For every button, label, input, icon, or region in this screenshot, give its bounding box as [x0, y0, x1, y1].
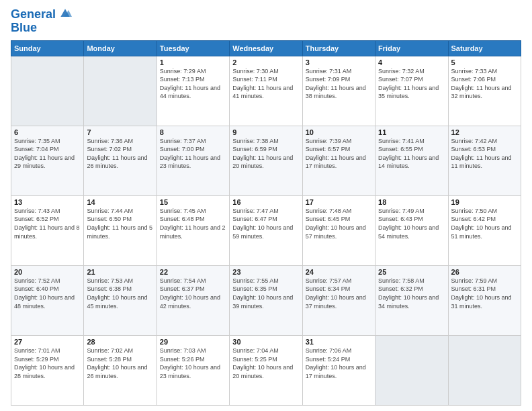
calendar-cell: 31Sunrise: 7:06 AM Sunset: 5:24 PM Dayli… [302, 335, 375, 405]
day-info: Sunrise: 7:45 AM Sunset: 6:48 PM Dayligh… [160, 207, 226, 240]
day-info: Sunrise: 7:57 AM Sunset: 6:34 PM Dayligh… [306, 277, 372, 310]
day-number: 28 [87, 338, 153, 346]
day-number: 12 [451, 128, 518, 136]
calendar-header-sunday: Sunday [11, 40, 84, 56]
day-info: Sunrise: 7:49 AM Sunset: 6:43 PM Dayligh… [378, 207, 445, 240]
day-number: 26 [451, 268, 518, 276]
calendar-header-thursday: Thursday [302, 40, 375, 56]
calendar-cell: 5Sunrise: 7:33 AM Sunset: 7:06 PM Daylig… [448, 56, 521, 126]
day-number: 13 [14, 198, 81, 206]
day-info: Sunrise: 7:02 AM Sunset: 5:28 PM Dayligh… [87, 347, 153, 380]
day-info: Sunrise: 7:36 AM Sunset: 7:02 PM Dayligh… [87, 137, 153, 171]
day-number: 29 [160, 338, 226, 346]
day-info: Sunrise: 7:30 AM Sunset: 7:11 PM Dayligh… [232, 67, 299, 101]
calendar-cell: 15Sunrise: 7:45 AM Sunset: 6:48 PM Dayli… [157, 195, 229, 265]
calendar-cell: 26Sunrise: 7:59 AM Sunset: 6:31 PM Dayli… [448, 265, 521, 335]
day-number: 1 [160, 58, 226, 66]
day-info: Sunrise: 7:41 AM Sunset: 6:55 PM Dayligh… [378, 137, 445, 171]
day-number: 20 [14, 268, 81, 276]
calendar-cell: 9Sunrise: 7:38 AM Sunset: 6:59 PM Daylig… [230, 126, 302, 195]
day-number: 3 [306, 58, 372, 66]
calendar-cell: 27Sunrise: 7:01 AM Sunset: 5:29 PM Dayli… [11, 335, 84, 405]
day-number: 30 [232, 338, 299, 346]
day-info: Sunrise: 7:37 AM Sunset: 7:00 PM Dayligh… [160, 137, 226, 171]
calendar-cell: 28Sunrise: 7:02 AM Sunset: 5:28 PM Dayli… [84, 335, 157, 405]
day-info: Sunrise: 7:01 AM Sunset: 5:29 PM Dayligh… [14, 347, 81, 380]
day-info: Sunrise: 7:42 AM Sunset: 6:53 PM Dayligh… [451, 137, 518, 171]
calendar-week-4: 20Sunrise: 7:52 AM Sunset: 6:40 PM Dayli… [11, 265, 521, 335]
day-info: Sunrise: 7:52 AM Sunset: 6:40 PM Dayligh… [14, 277, 81, 310]
day-number: 6 [14, 128, 81, 136]
calendar-week-3: 13Sunrise: 7:43 AM Sunset: 6:52 PM Dayli… [11, 195, 521, 265]
day-number: 22 [160, 268, 226, 276]
calendar-cell: 25Sunrise: 7:58 AM Sunset: 6:32 PM Dayli… [375, 265, 448, 335]
day-info: Sunrise: 7:53 AM Sunset: 6:38 PM Dayligh… [87, 277, 153, 310]
calendar-cell: 21Sunrise: 7:53 AM Sunset: 6:38 PM Dayli… [84, 265, 157, 335]
day-number: 14 [87, 198, 153, 206]
day-number: 25 [378, 268, 445, 276]
page: General Blue SundayMondayTuesdayWednesda… [0, 0, 532, 411]
calendar-cell: 24Sunrise: 7:57 AM Sunset: 6:34 PM Dayli… [302, 265, 375, 335]
calendar-week-1: 1Sunrise: 7:29 AM Sunset: 7:13 PM Daylig… [11, 56, 521, 126]
calendar-cell: 22Sunrise: 7:54 AM Sunset: 6:37 PM Dayli… [157, 265, 229, 335]
calendar-cell: 18Sunrise: 7:49 AM Sunset: 6:43 PM Dayli… [375, 195, 448, 265]
calendar-cell: 29Sunrise: 7:03 AM Sunset: 5:26 PM Dayli… [157, 335, 229, 405]
logo-text: General [11, 8, 56, 21]
logo-icon [58, 7, 72, 20]
calendar-header-saturday: Saturday [448, 40, 521, 56]
day-number: 5 [451, 58, 518, 66]
day-number: 8 [160, 128, 226, 136]
day-info: Sunrise: 7:33 AM Sunset: 7:06 PM Dayligh… [451, 67, 518, 101]
calendar-cell: 7Sunrise: 7:36 AM Sunset: 7:02 PM Daylig… [84, 126, 157, 195]
day-info: Sunrise: 7:39 AM Sunset: 6:57 PM Dayligh… [306, 137, 372, 171]
day-number: 2 [232, 58, 299, 66]
calendar-cell: 16Sunrise: 7:47 AM Sunset: 6:47 PM Dayli… [230, 195, 302, 265]
day-info: Sunrise: 7:35 AM Sunset: 7:04 PM Dayligh… [14, 137, 81, 171]
day-number: 19 [451, 198, 518, 206]
calendar-cell: 14Sunrise: 7:44 AM Sunset: 6:50 PM Dayli… [84, 195, 157, 265]
calendar-table: SundayMondayTuesdayWednesdayThursdayFrid… [11, 40, 521, 406]
day-number: 15 [160, 198, 226, 206]
header: General Blue [11, 8, 521, 35]
day-info: Sunrise: 7:58 AM Sunset: 6:32 PM Dayligh… [378, 277, 445, 310]
day-number: 7 [87, 128, 153, 136]
day-info: Sunrise: 7:32 AM Sunset: 7:07 PM Dayligh… [378, 67, 445, 101]
calendar-week-2: 6Sunrise: 7:35 AM Sunset: 7:04 PM Daylig… [11, 126, 521, 195]
day-number: 11 [378, 128, 445, 136]
calendar-cell: 19Sunrise: 7:50 AM Sunset: 6:42 PM Dayli… [448, 195, 521, 265]
calendar-cell: 1Sunrise: 7:29 AM Sunset: 7:13 PM Daylig… [157, 56, 229, 126]
calendar-header-row: SundayMondayTuesdayWednesdayThursdayFrid… [11, 40, 521, 56]
calendar-cell: 12Sunrise: 7:42 AM Sunset: 6:53 PM Dayli… [448, 126, 521, 195]
day-number: 18 [378, 198, 445, 206]
calendar-header-friday: Friday [375, 40, 448, 56]
day-info: Sunrise: 7:04 AM Sunset: 5:25 PM Dayligh… [232, 347, 299, 380]
calendar-cell: 2Sunrise: 7:30 AM Sunset: 7:11 PM Daylig… [230, 56, 302, 126]
day-number: 9 [232, 128, 299, 136]
calendar-cell: 17Sunrise: 7:48 AM Sunset: 6:45 PM Dayli… [302, 195, 375, 265]
day-info: Sunrise: 7:38 AM Sunset: 6:59 PM Dayligh… [232, 137, 299, 171]
calendar-cell [448, 335, 521, 405]
day-info: Sunrise: 7:43 AM Sunset: 6:52 PM Dayligh… [14, 207, 81, 240]
day-info: Sunrise: 7:55 AM Sunset: 6:35 PM Dayligh… [232, 277, 299, 310]
calendar-header-monday: Monday [84, 40, 157, 56]
day-info: Sunrise: 7:59 AM Sunset: 6:31 PM Dayligh… [451, 277, 518, 310]
calendar-cell [11, 56, 84, 126]
calendar-cell: 30Sunrise: 7:04 AM Sunset: 5:25 PM Dayli… [230, 335, 302, 405]
day-number: 16 [232, 198, 299, 206]
calendar-cell: 10Sunrise: 7:39 AM Sunset: 6:57 PM Dayli… [302, 126, 375, 195]
calendar-cell [375, 335, 448, 405]
day-number: 31 [306, 338, 372, 346]
calendar-header-wednesday: Wednesday [230, 40, 302, 56]
calendar-week-5: 27Sunrise: 7:01 AM Sunset: 5:29 PM Dayli… [11, 335, 521, 405]
calendar-cell: 6Sunrise: 7:35 AM Sunset: 7:04 PM Daylig… [11, 126, 84, 195]
calendar-header-tuesday: Tuesday [157, 40, 229, 56]
calendar-cell: 4Sunrise: 7:32 AM Sunset: 7:07 PM Daylig… [375, 56, 448, 126]
day-info: Sunrise: 7:48 AM Sunset: 6:45 PM Dayligh… [306, 207, 372, 240]
day-number: 23 [232, 268, 299, 276]
calendar-cell: 3Sunrise: 7:31 AM Sunset: 7:09 PM Daylig… [302, 56, 375, 126]
calendar-cell: 23Sunrise: 7:55 AM Sunset: 6:35 PM Dayli… [230, 265, 302, 335]
day-info: Sunrise: 7:50 AM Sunset: 6:42 PM Dayligh… [451, 207, 518, 240]
logo-text2: Blue [11, 21, 72, 35]
day-number: 10 [306, 128, 372, 136]
calendar-cell [84, 56, 157, 126]
